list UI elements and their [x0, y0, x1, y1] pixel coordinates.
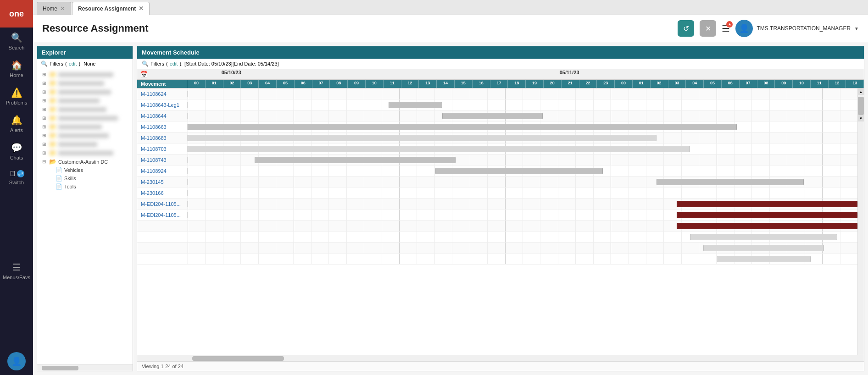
sidebar-item-menus[interactable]: ☰ Menus/Favs: [0, 257, 33, 285]
vline-8: [328, 88, 329, 99]
tree-item-blurred-8[interactable]: ⊞ 📁: [37, 131, 133, 140]
vline-11: [382, 210, 382, 220]
app-logo[interactable]: one: [0, 0, 33, 28]
vline-0: [188, 199, 188, 209]
movement-header-label: Movement: [141, 81, 166, 87]
explorer-filter-edit[interactable]: edit: [69, 61, 77, 66]
sidebar-item-switch[interactable]: 🖥 ⇄ Switch: [0, 165, 33, 190]
gantt-row[interactable]: M-1108663: [137, 121, 857, 132]
vline-22: [575, 188, 576, 198]
tree-item-blurred-1[interactable]: ⊞ 📁: [37, 70, 133, 79]
vline-5: [276, 110, 276, 121]
vline-37: [840, 176, 840, 187]
explorer-hscroll-thumb[interactable]: [42, 366, 78, 370]
vline-37: [840, 121, 840, 132]
sidebar-item-alerts[interactable]: 🔔 Alerts: [0, 110, 33, 138]
tree-item-blurred-9[interactable]: ⊞ 📁: [37, 140, 133, 149]
menu-button[interactable]: ☰ ★: [722, 23, 730, 34]
vline-14: [434, 110, 435, 121]
vscroll-up-button[interactable]: ▲: [858, 88, 864, 95]
dropdown-chevron-icon[interactable]: ▼: [854, 26, 859, 31]
hour-cell-21: 21: [562, 80, 579, 88]
vline-5: [276, 221, 276, 231]
user-info[interactable]: 👤 TMS.TRANSPORTATION_MANAGER ▼: [735, 20, 859, 37]
tree-item-blurred-2[interactable]: ⊞ 📁: [37, 79, 133, 88]
gantt-row[interactable]: [137, 221, 857, 232]
tree-item-vehicles[interactable]: 📄 Vehicles: [37, 166, 133, 174]
folder-icon: 📁: [49, 141, 56, 148]
vscroll-down-button[interactable]: ▼: [858, 115, 864, 121]
movement-cell-M-1108624[interactable]: M-1108624: [137, 91, 188, 97]
sidebar-item-problems[interactable]: ⚠️ Problems: [0, 83, 33, 110]
gantt-row[interactable]: [137, 232, 857, 243]
gantt-row[interactable]: M-1108644: [137, 110, 857, 121]
close-button[interactable]: ✕: [700, 20, 716, 37]
sidebar-item-home[interactable]: 🏠 Home: [0, 55, 33, 83]
movement-cell-M-1108643-Leg1[interactable]: M-1108643-Leg1: [137, 102, 188, 108]
header-avatar-icon: 👤: [739, 23, 749, 33]
hour-cell-13: 13: [419, 80, 437, 88]
movement-cell-M-EDI204-1105b[interactable]: M-EDI204-1105...: [137, 212, 188, 218]
tree-item-skills[interactable]: 📄 Skills: [37, 174, 133, 182]
movement-cell-M-1108743[interactable]: M-1108743: [137, 157, 188, 163]
tab-resource-assignment-close[interactable]: ✕: [139, 5, 144, 12]
vline-1: [205, 210, 206, 220]
vline-29: [699, 88, 699, 99]
movement-cell-M-1108644[interactable]: M-1108644: [137, 113, 188, 119]
tree-item-vehicles-label: Vehicles: [64, 167, 83, 173]
gantt-hscroll-thumb[interactable]: [192, 356, 284, 361]
tab-home-close[interactable]: ✕: [60, 5, 65, 12]
gantt-row[interactable]: M-230145: [137, 176, 857, 188]
gantt-row[interactable]: M-230166: [137, 188, 857, 199]
gantt-row[interactable]: M-1108743: [137, 154, 857, 165]
movement-cell-M-230145[interactable]: M-230145: [137, 179, 188, 185]
hour-cell-7: 07: [312, 80, 330, 88]
gantt-row[interactable]: M-1108683: [137, 132, 857, 143]
gantt-row[interactable]: M-EDI204-1105...: [137, 210, 857, 221]
tree-item-blurred-5[interactable]: ⊞ 📁: [37, 105, 133, 114]
tree-item-blurred-6[interactable]: ⊞ 📁: [37, 114, 133, 122]
tab-home[interactable]: Home ✕: [37, 2, 71, 15]
vline-24: [611, 110, 611, 121]
movement-cell-M-1108683[interactable]: M-1108683: [137, 135, 188, 141]
refresh-button[interactable]: ↺: [678, 20, 694, 37]
gantt-hscrollbar[interactable]: [137, 355, 864, 361]
tab-resource-assignment[interactable]: Resource Assignment ✕: [72, 2, 150, 15]
tree-item-blurred-10[interactable]: ⊞ 📁: [37, 149, 133, 157]
movement-cell-M-230166[interactable]: M-230166: [137, 190, 188, 196]
vline-16: [470, 99, 470, 110]
gantt-row[interactable]: M-1108703: [137, 143, 857, 154]
sidebar-item-search[interactable]: 🔍 Search: [0, 28, 33, 55]
explorer-hscrollbar[interactable]: [37, 364, 133, 371]
vline-37: [840, 132, 840, 143]
tree-expander-customer[interactable]: ⊟: [41, 159, 47, 164]
tree-item-tools[interactable]: 📄 Tools: [37, 182, 133, 191]
vline-20: [540, 254, 540, 264]
movement-cell-M-1108924[interactable]: M-1108924: [137, 168, 188, 174]
sidebar-item-chats[interactable]: 💬 Chats: [0, 138, 33, 165]
schedule-filter-edit[interactable]: edit: [170, 61, 178, 66]
gantt-row[interactable]: [137, 243, 857, 254]
movement-cell-M-1108703[interactable]: M-1108703: [137, 146, 188, 152]
vline-10: [364, 110, 364, 121]
gantt-row[interactable]: M-1108643-Leg1: [137, 99, 857, 110]
gantt-row[interactable]: [137, 254, 857, 265]
tree-item-blurred-4[interactable]: ⊞ 📁: [37, 96, 133, 105]
gantt-vscrollbar[interactable]: ▲ ▼: [857, 88, 864, 355]
tree-item-blurred-7[interactable]: ⊞ 📁: [37, 122, 133, 131]
folder-icon: 📁: [49, 97, 56, 104]
gantt-row[interactable]: M-1108924: [137, 165, 857, 176]
vline-1: [205, 199, 206, 209]
sidebar-user-avatar[interactable]: 👤: [7, 352, 26, 370]
gantt-row[interactable]: M-EDI204-1105...: [137, 199, 857, 210]
vline-25: [629, 99, 629, 110]
tree-item-blurred-3[interactable]: ⊞ 📁: [37, 88, 133, 96]
tree-item-customer-a[interactable]: ⊟ 📂 CustomerA-Austin DC: [37, 157, 133, 166]
vline-3: [240, 221, 241, 231]
vscroll-thumb[interactable]: [858, 97, 864, 115]
movement-cell-M-1108663[interactable]: M-1108663: [137, 124, 188, 130]
gantt-row[interactable]: M-1108624: [137, 88, 857, 99]
vline-5: [276, 88, 276, 99]
movement-cell-M-EDI204-1105a[interactable]: M-EDI204-1105...: [137, 201, 188, 207]
vline-32: [751, 143, 752, 154]
